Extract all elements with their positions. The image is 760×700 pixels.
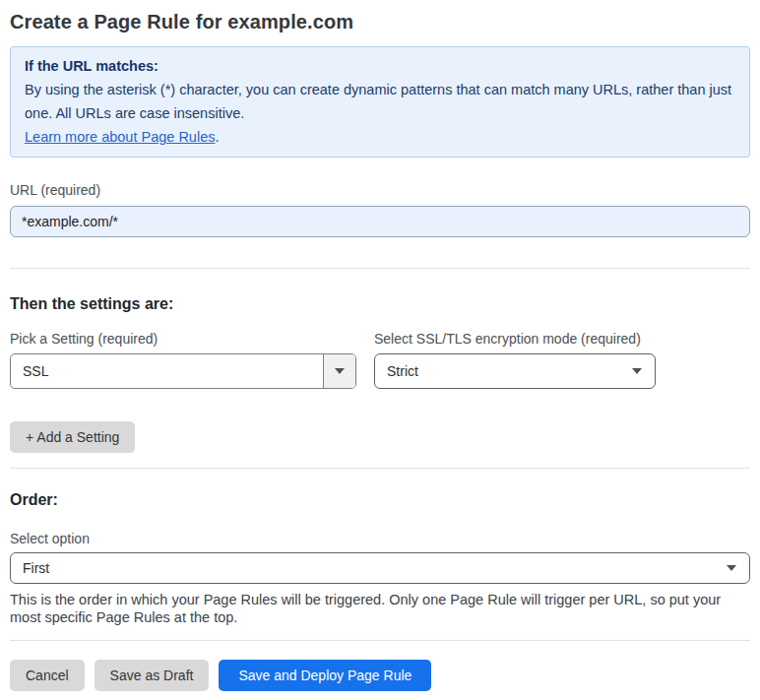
url-field-label: URL (required) <box>10 181 750 199</box>
url-input[interactable] <box>10 206 750 237</box>
pick-setting-column: Pick a Setting (required) SSL <box>10 330 356 389</box>
info-callout-link-line: Learn more about Page Rules. <box>25 125 735 149</box>
order-section-heading: Order: <box>10 490 750 510</box>
url-match-info-callout: If the URL matches: By using the asteris… <box>10 46 750 158</box>
pick-setting-arrow-button[interactable] <box>323 354 355 388</box>
page-title: Create a Page Rule for example.com <box>10 8 750 35</box>
link-period: . <box>215 129 219 145</box>
settings-row: Pick a Setting (required) SSL Select SSL… <box>10 330 750 389</box>
chevron-down-icon <box>727 565 736 571</box>
order-select-label: Select option <box>10 530 750 547</box>
pick-setting-selected-value: SSL <box>11 363 323 379</box>
save-and-deploy-button[interactable]: Save and Deploy Page Rule <box>219 660 431 691</box>
add-setting-button[interactable]: + Add a Setting <box>10 421 135 453</box>
ssl-mode-select[interactable]: Strict <box>374 353 656 389</box>
footer-button-row: Cancel Save as Draft Save and Deploy Pag… <box>10 660 750 691</box>
chevron-down-icon <box>335 368 345 374</box>
settings-section-heading: Then the settings are: <box>10 294 750 314</box>
order-select-arrow <box>714 565 749 571</box>
pick-setting-label: Pick a Setting (required) <box>10 330 356 348</box>
section-divider <box>10 268 750 269</box>
cancel-button[interactable]: Cancel <box>10 660 85 691</box>
footer-divider <box>10 640 750 641</box>
pick-setting-select[interactable]: SSL <box>10 353 356 389</box>
learn-more-link[interactable]: Learn more about Page Rules <box>25 129 215 145</box>
info-callout-body: By using the asterisk (*) character, you… <box>25 78 735 125</box>
info-callout-heading: If the URL matches: <box>25 54 735 78</box>
order-help-text: This is the order in which your Page Rul… <box>10 591 740 626</box>
ssl-mode-column: Select SSL/TLS encryption mode (required… <box>374 330 656 389</box>
order-selected-value: First <box>11 560 714 576</box>
ssl-mode-arrow <box>619 368 655 374</box>
chevron-down-icon <box>632 368 642 374</box>
ssl-mode-label: Select SSL/TLS encryption mode (required… <box>374 330 656 348</box>
save-as-draft-button[interactable]: Save as Draft <box>95 660 210 691</box>
order-select[interactable]: First <box>10 552 750 584</box>
section-divider <box>10 468 750 469</box>
ssl-mode-selected-value: Strict <box>375 363 619 379</box>
